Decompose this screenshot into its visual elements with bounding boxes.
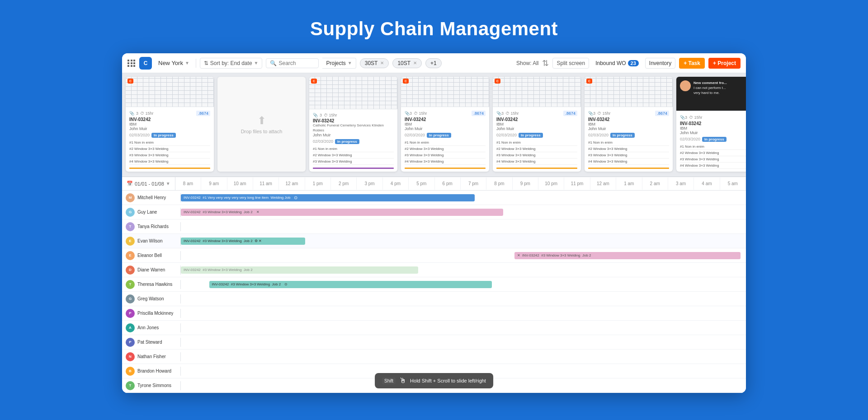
person-name-tanya: Tanya Richards	[137, 224, 169, 229]
avatar-greg: G	[126, 294, 135, 303]
comment-card-task-4: #4 Window 3×3 Welding	[680, 163, 746, 169]
person-mitchell: M Mitchell Henry	[122, 193, 181, 202]
search-icon: 🔍	[270, 60, 277, 66]
card4-task-3: #3 Window 3×3 Welding	[405, 152, 486, 159]
drop-card[interactable]: ⬆ Drop files to attach	[217, 77, 306, 172]
bar-eleanor-1[interactable]: ✕ INV-03242 #3 Window 3×3 Welding Job 2	[514, 252, 741, 259]
grid-menu-icon[interactable]	[127, 60, 136, 67]
card3-company: Catholic Funeral Cemetery Services Klind…	[313, 123, 394, 133]
card5-status: In progress	[519, 133, 543, 138]
comment-card[interactable]: New comment fro... I can not perform t..…	[676, 77, 746, 172]
date-range-label: 01/01 - 01/08	[135, 181, 164, 187]
person-name-mitchell: Mitchell Henry	[137, 195, 166, 200]
filter-10st-remove-icon[interactable]: ✕	[413, 61, 417, 65]
person-name-eleanor: Eleanor Bell	[137, 253, 162, 258]
gantt-priscilla	[181, 306, 746, 321]
bar-mitchell-1[interactable]: INV-03242 #1 Very very very very very lo…	[181, 194, 475, 201]
card5-task-1: #1 Non in enim	[496, 140, 577, 146]
location-select[interactable]: New York ▼	[156, 58, 192, 68]
card6-person: John Muir	[588, 126, 669, 131]
person-brandon: B Brandon Howard	[122, 367, 181, 376]
filter-plus1[interactable]: +1	[425, 58, 442, 68]
project-card-4[interactable]: C 📎3 ⏱ 15hr .8674 INV-03242 IBM John Mui…	[401, 77, 489, 172]
filter-10st[interactable]: 10ST ✕	[392, 58, 422, 68]
card5-count: 📎3	[496, 111, 504, 116]
search-bar[interactable]: 🔍	[266, 58, 319, 68]
bar-diane-1[interactable]: INV-03242 #3 Window 3×3 Welding Job 2	[181, 266, 418, 274]
timeline-row-brandon: B Brandon Howard	[122, 364, 746, 378]
gantt-nathan	[181, 350, 746, 364]
gantt-tanya	[181, 219, 746, 234]
timeline-row-pat: P Pat Steward	[122, 335, 746, 350]
app-container: C New York ▼ ⇅ Sort by: End date ▼ 🔍 Pro…	[122, 53, 746, 393]
card1-task-1: #1 Non in enim	[129, 140, 210, 146]
card1-date: 02/03/2020	[129, 133, 150, 137]
card1-time: ⏱ 15hr	[140, 111, 154, 116]
timeline-row-greg: G Greg Watson	[122, 292, 746, 306]
bar-guy-1[interactable]: INV-03242 #3 Window 3×3 Welding Job 2 ✕	[181, 209, 503, 216]
filter-30st-remove-icon[interactable]: ✕	[380, 61, 384, 65]
person-nathan: N Nathan Fisher	[122, 352, 181, 361]
avatar-eleanor: E	[126, 251, 135, 260]
avatar-priscilla: P	[126, 309, 135, 318]
bar-evan-1[interactable]: INV-03242 #3 Window 3×3 Welding Job 2 ⚙ …	[181, 238, 305, 245]
card6-task-2: #2 Window 3×3 Welding	[588, 146, 669, 152]
inbound-wo-label: Inbound WO	[595, 60, 626, 66]
card5-progress-bar	[496, 168, 577, 169]
project-card-5[interactable]: C 📎3 ⏱ 15hr .8674 INV-03242 IBM John Mui…	[493, 77, 581, 172]
arrows-icon[interactable]: ⇅	[542, 58, 549, 68]
gantt-greg	[181, 292, 746, 306]
add-task-button[interactable]: + Task	[679, 58, 705, 69]
time-col-12am: 12 am	[279, 177, 305, 190]
inbound-wo-button[interactable]: Inbound WO 23	[593, 58, 642, 68]
time-col-1am: 1 am	[616, 177, 642, 190]
bar-theresa-1[interactable]: INV-03242 #3 Window 3×3 Welding Job 2 ⊙	[209, 281, 492, 288]
card4-tag: .8674	[472, 111, 486, 116]
card1-id: INV-03242	[129, 117, 210, 122]
card5-person: John Muir	[496, 126, 577, 131]
search-input[interactable]	[278, 60, 315, 66]
project-card-1[interactable]: C 📎 3 ⏱ 15hr .8674 INV-03242 IBM John Mu…	[126, 77, 214, 172]
project-card-3[interactable]: C 📎 3 ⏱ 15hr INV-03242 Catholic Funeral …	[309, 77, 397, 172]
card4-person: John Muir	[405, 126, 486, 131]
card-logo-6: C	[586, 79, 592, 84]
projects-filter[interactable]: Projects ▼	[322, 58, 356, 69]
card-logo-1: C	[127, 79, 133, 84]
time-col-3am: 3 am	[668, 177, 694, 190]
card6-tasks: #1 Non in enim #2 Window 3×3 Welding #3 …	[588, 140, 669, 165]
card6-task-3: #3 Window 3×3 Welding	[588, 152, 669, 159]
split-screen-button[interactable]: Split screen	[552, 58, 589, 69]
avatar-guy: G	[126, 208, 135, 217]
card4-task-2: #2 Window 3×3 Welding	[405, 146, 486, 152]
sort-button[interactable]: ⇅ Sort by: End date ▼	[200, 58, 263, 69]
calendar-icon: 📅	[127, 181, 133, 187]
card6-date: 02/03/2020	[588, 133, 609, 137]
time-col-11pm: 11 pm	[564, 177, 590, 190]
card6-progress-bar	[588, 168, 669, 169]
timeline-row-theresa: T Theresa Hawkins INV-03242 #3 Window 3×…	[122, 277, 746, 292]
upload-icon: ⬆	[257, 114, 266, 127]
date-range-button[interactable]: 📅 01/01 - 01/08 ▼	[122, 177, 175, 190]
filter-30st[interactable]: 30ST ✕	[360, 58, 389, 68]
card-logo-4: C	[403, 79, 409, 84]
comment-card-task-2: #2 Window 3×3 Welding	[680, 150, 746, 156]
card1-task-3: #3 Window 3×3 Welding	[129, 152, 210, 159]
person-name-tyrone: Tyrone Simmons	[137, 383, 171, 388]
location-label: New York	[158, 60, 183, 66]
project-card-6[interactable]: C 📎3 ⏱ 15hr .8674 INV-03242 IBM John Mui…	[585, 77, 673, 172]
card4-task-4: #4 Window 3×3 Welding	[405, 159, 486, 165]
card1-task-2: #2 Window 3×3 Welding	[129, 146, 210, 152]
person-ann: A Ann Jones	[122, 323, 181, 332]
inventory-button[interactable]: Inventory	[645, 58, 675, 69]
card-logo-5: C	[495, 79, 500, 84]
card3-task-1: #1 Non in enim	[313, 146, 394, 152]
timeline-row-nathan: N Nathan Fisher	[122, 350, 746, 364]
gantt-evan: INV-03242 #3 Window 3×3 Welding Job 2 ⚙ …	[181, 234, 746, 248]
add-project-button[interactable]: + Project	[708, 58, 741, 69]
inbound-badge: 23	[628, 60, 639, 66]
card5-id: INV-03242	[496, 117, 577, 122]
time-col-8pm: 8 pm	[486, 177, 512, 190]
gantt-diane: INV-03242 #3 Window 3×3 Welding Job 2	[181, 263, 746, 277]
timeline-row-guy: G Guy Lane INV-03242 #3 Window 3×3 Weldi…	[122, 205, 746, 219]
time-col-7pm: 7 pm	[461, 177, 486, 190]
